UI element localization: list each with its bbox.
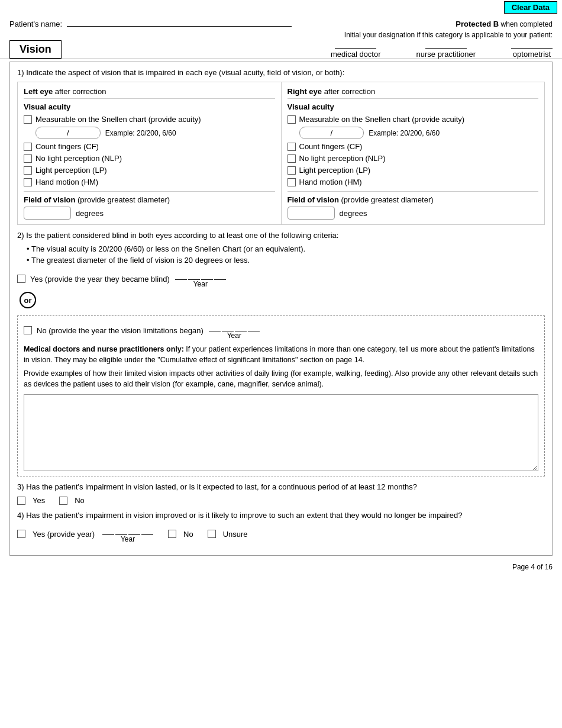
left-snellen-checkbox[interactable] <box>24 115 32 124</box>
q4-unsure-checkbox[interactable] <box>208 530 216 538</box>
designation-line-opt[interactable] <box>511 40 553 49</box>
left-degrees-input[interactable] <box>24 207 71 220</box>
q4-yes-checkbox[interactable] <box>17 530 25 538</box>
q3-yes-label: Yes <box>33 496 45 505</box>
right-fov-label: Field of vision (provide greatest diamet… <box>288 195 539 204</box>
q2-no-year-tick-1[interactable] <box>209 321 221 331</box>
left-lp-checkbox[interactable] <box>24 166 32 175</box>
q2-text: 2) Is the patient considered blind in bo… <box>17 231 545 240</box>
left-snellen-checkbox-row: Measurable on the Snellen chart (provide… <box>24 115 275 124</box>
q4-year-tick-3[interactable] <box>128 524 140 535</box>
q2-no-year-tick-4[interactable] <box>248 321 260 331</box>
left-eye-title: Left eye after correction <box>24 87 275 99</box>
designation-nurse-practitioner: nurse practitioner <box>416 40 476 59</box>
page-number: Page 4 of 16 <box>0 558 562 576</box>
q2-no-label: No (provide the year the vision limitati… <box>37 326 204 335</box>
q4-year-tick-1[interactable] <box>102 524 114 535</box>
left-lp-row: Light perception (LP) <box>24 166 275 175</box>
q2-text-area[interactable] <box>24 394 538 471</box>
q3-no-label: No <box>75 496 85 505</box>
left-snellen-input[interactable]: / <box>35 127 101 139</box>
q2-or-label: or <box>20 292 36 308</box>
left-snellen-input-row: / Example: 20/200, 6/60 <box>35 127 275 139</box>
left-cf-row: Count fingers (CF) <box>24 142 275 151</box>
left-snellen-example: Example: 20/200, 6/60 <box>105 129 176 137</box>
main-form: 1) Indicate the aspect of vision that is… <box>9 62 553 556</box>
designation-medical-doctor: medical doctor <box>331 40 381 59</box>
q2-yes-year-lines <box>175 269 227 280</box>
q2-yes-checkbox[interactable] <box>17 275 25 283</box>
q4-no-checkbox[interactable] <box>168 530 176 538</box>
right-degrees-input[interactable] <box>288 207 335 220</box>
right-snellen-numerator[interactable] <box>305 129 328 137</box>
q2-bullet-2: The greatest diameter of the field of vi… <box>27 256 545 265</box>
q3-no-checkbox[interactable] <box>59 497 67 505</box>
right-degrees-suffix: degrees <box>340 209 367 218</box>
eye-columns: Left eye after correction Visual acuity … <box>17 82 545 225</box>
right-snellen-input[interactable]: / <box>299 127 364 139</box>
initial-instruction: Initial your designation if this categor… <box>0 28 562 40</box>
right-lp-checkbox[interactable] <box>288 166 296 175</box>
q2-no-row: No (provide the year the vision limitati… <box>24 321 538 340</box>
left-eye-col: Left eye after correction Visual acuity … <box>18 82 282 224</box>
right-hm-row: Hand motion (HM) <box>288 178 539 186</box>
q2-no-checkbox[interactable] <box>24 326 32 334</box>
left-cf-label: Count fingers (CF) <box>35 142 99 151</box>
q2-no-year-tick-3[interactable] <box>235 321 247 331</box>
right-hm-checkbox[interactable] <box>288 178 296 186</box>
clear-data-button[interactable]: Clear Data <box>504 1 557 14</box>
right-nlp-checkbox[interactable] <box>288 154 296 163</box>
q2-yes-year-tick-1[interactable] <box>175 269 187 280</box>
q2-yes-year-wrap: Year <box>175 269 227 288</box>
q2-yes-row: Yes (provide the year they became blind)… <box>17 269 545 288</box>
left-nlp-label: No light perception (NLP) <box>35 154 122 163</box>
left-snellen-separator: / <box>67 128 69 137</box>
designation-label-opt: optometrist <box>513 50 551 59</box>
vision-header-row: Vision medical doctor nurse practitioner… <box>0 40 562 59</box>
q3-section: 3) Has the patient's impairment in visio… <box>17 482 545 505</box>
q2-bullets: The visual acuity is 20/200 (6/60) or le… <box>17 244 545 265</box>
q4-year-tick-4[interactable] <box>141 524 153 535</box>
left-snellen-numerator[interactable] <box>41 129 64 137</box>
left-lp-label: Light perception (LP) <box>35 166 107 175</box>
q2-yes-year-tick-3[interactable] <box>201 269 213 280</box>
q3-text: 3) Has the patient's impairment in visio… <box>17 482 545 491</box>
right-snellen-checkbox-row: Measurable on the Snellen chart (provide… <box>288 115 539 124</box>
vision-title: Vision <box>9 40 62 59</box>
right-lp-label: Light perception (LP) <box>299 166 371 175</box>
right-snellen-denominator[interactable] <box>335 129 358 137</box>
patient-name-input[interactable] <box>67 17 292 27</box>
right-cf-checkbox[interactable] <box>288 143 296 151</box>
q2-yes-year-label: Year <box>193 280 208 288</box>
designation-optometrist: optometrist <box>511 40 553 59</box>
q4-yes-label: Yes (provide year) <box>33 530 95 539</box>
left-nlp-checkbox[interactable] <box>24 154 32 163</box>
q2-no-year-wrap: Year <box>208 321 260 340</box>
left-hm-label: Hand motion (HM) <box>35 178 98 186</box>
q2-yes-year-tick-4[interactable] <box>214 269 226 280</box>
right-snellen-checkbox[interactable] <box>288 115 296 124</box>
designation-line-np[interactable] <box>425 40 467 49</box>
top-bar: Clear Data <box>0 0 562 15</box>
q2-bullet-1: The visual acuity is 20/200 (6/60) or le… <box>27 244 545 253</box>
q4-section: 4) Has the patient's impairment in visio… <box>17 511 545 543</box>
q4-year-tick-2[interactable] <box>115 524 127 535</box>
right-snellen-separator: / <box>331 128 333 137</box>
designation-line-md[interactable] <box>335 40 376 49</box>
q3-yes-checkbox[interactable] <box>17 497 25 505</box>
q2-no-year-tick-2[interactable] <box>222 321 234 331</box>
right-nlp-label: No light perception (NLP) <box>299 154 386 163</box>
left-snellen-denominator[interactable] <box>72 129 95 137</box>
right-nlp-row: No light perception (NLP) <box>288 154 539 163</box>
left-hm-checkbox[interactable] <box>24 178 32 186</box>
q2-yes-year-tick-2[interactable] <box>188 269 200 280</box>
q4-unsure-label: Unsure <box>223 530 248 539</box>
q2-provide-text: Provide examples of how their limited vi… <box>24 369 538 389</box>
q2-dashed-box: No (provide the year the vision limitati… <box>17 315 545 476</box>
q2-no-year-label: Year <box>227 331 241 340</box>
left-visual-acuity-label: Visual acuity <box>24 102 275 111</box>
q4-no-label: No <box>183 530 193 539</box>
left-nlp-row: No light perception (NLP) <box>24 154 275 163</box>
right-visual-acuity-label: Visual acuity <box>288 102 539 111</box>
left-cf-checkbox[interactable] <box>24 143 32 151</box>
